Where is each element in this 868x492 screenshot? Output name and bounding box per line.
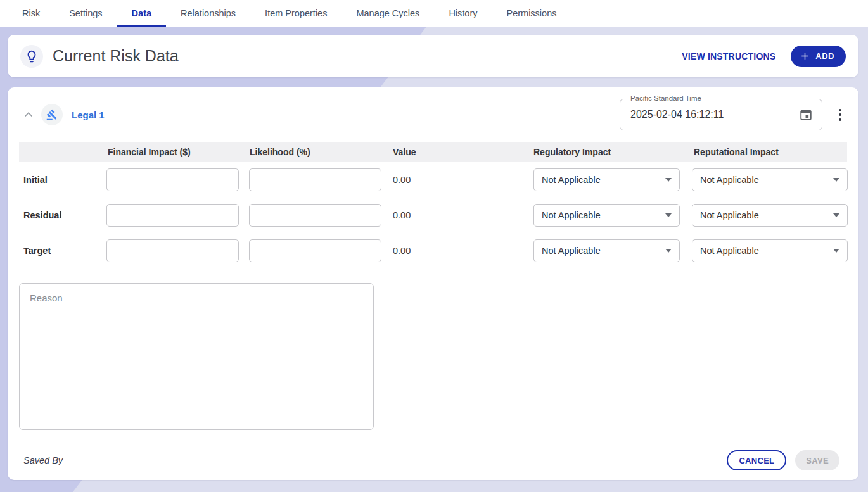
table-row-initial: Initial 0.00 Not Applicable Not Applicab… <box>19 162 847 198</box>
table-header-row: Financial Impact ($) Likelihood (%) Valu… <box>19 142 847 162</box>
row-label-initial: Initial <box>19 175 106 185</box>
tab-item-properties[interactable]: Item Properties <box>250 0 341 27</box>
chevron-up-icon <box>22 108 35 121</box>
initial-value: 0.00 <box>386 175 527 185</box>
table-row-residual: Residual 0.00 Not Applicable Not Applica… <box>19 198 847 233</box>
row-label-residual: Residual <box>19 210 106 220</box>
timezone-label: Pacific Standard Time <box>627 94 705 102</box>
selected-option-label: Not Applicable <box>700 210 759 220</box>
add-button[interactable]: ADD <box>791 46 846 67</box>
tab-bar: Risk Settings Data Relationships Item Pr… <box>0 0 868 27</box>
residual-regulatory-impact-select[interactable]: Not Applicable <box>533 204 680 227</box>
kebab-dot <box>839 113 841 116</box>
selected-option-label: Not Applicable <box>542 175 601 185</box>
calendar-icon <box>799 108 813 122</box>
kebab-dot <box>839 118 841 121</box>
selected-option-label: Not Applicable <box>700 175 759 185</box>
chevron-down-icon <box>665 178 672 182</box>
target-value: 0.00 <box>386 246 527 256</box>
kebab-dot <box>839 109 841 111</box>
tab-relationships[interactable]: Relationships <box>166 0 250 27</box>
risk-data-card: Legal 1 Pacific Standard Time <box>8 87 858 480</box>
chevron-down-icon <box>833 178 839 182</box>
footer-buttons: CANCEL SAVE <box>727 450 847 470</box>
calendar-picker-button[interactable] <box>798 106 814 123</box>
datetime-field: Pacific Standard Time <box>620 99 822 130</box>
chevron-down-icon <box>665 213 672 217</box>
table-row-target: Target 0.00 Not Applicable Not Applicabl… <box>19 233 847 268</box>
gavel-icon <box>41 104 63 125</box>
collapse-button[interactable] <box>22 108 35 121</box>
residual-reputational-impact-select[interactable]: Not Applicable <box>692 204 848 227</box>
cancel-button[interactable]: CANCEL <box>727 450 786 470</box>
add-button-label: ADD <box>815 51 834 61</box>
page-header-card: Current Risk Data VIEW INSTRUCTIONS ADD <box>8 35 858 77</box>
residual-likelihood-input[interactable] <box>249 204 381 227</box>
header-actions: VIEW INSTRUCTIONS ADD <box>682 46 846 67</box>
selected-option-label: Not Applicable <box>542 246 601 256</box>
tab-permissions[interactable]: Permissions <box>492 0 571 27</box>
initial-financial-impact-input[interactable] <box>106 168 239 191</box>
target-likelihood-input[interactable] <box>249 239 381 262</box>
column-header-financial-impact: Financial Impact ($) <box>106 147 249 157</box>
tab-risk[interactable]: Risk <box>8 0 54 27</box>
row-label-target: Target <box>19 246 106 256</box>
risk-row-controls: Pacific Standard Time <box>620 99 847 130</box>
datetime-input[interactable] <box>630 109 798 120</box>
residual-value: 0.00 <box>386 210 527 220</box>
saved-by-label: Saved By <box>19 455 63 465</box>
column-header-value: Value <box>386 147 527 157</box>
risk-item-name[interactable]: Legal 1 <box>72 110 105 120</box>
view-instructions-button[interactable]: VIEW INSTRUCTIONS <box>682 51 775 61</box>
residual-financial-impact-input[interactable] <box>106 204 239 227</box>
selected-option-label: Not Applicable <box>700 246 759 256</box>
chevron-down-icon <box>833 213 839 217</box>
reason-textarea[interactable] <box>19 283 374 430</box>
initial-regulatory-impact-select[interactable]: Not Applicable <box>533 168 680 191</box>
chevron-down-icon <box>665 249 672 253</box>
tab-data[interactable]: Data <box>117 0 166 27</box>
more-options-button[interactable] <box>836 106 845 124</box>
selected-option-label: Not Applicable <box>542 210 601 220</box>
lightbulb-icon <box>20 45 43 68</box>
target-reputational-impact-select[interactable]: Not Applicable <box>692 239 848 262</box>
initial-reputational-impact-select[interactable]: Not Applicable <box>692 168 848 191</box>
target-regulatory-impact-select[interactable]: Not Applicable <box>533 239 680 262</box>
column-header-reputational-impact: Reputational Impact <box>686 147 847 157</box>
initial-likelihood-input[interactable] <box>249 168 381 191</box>
tab-manage-cycles[interactable]: Manage Cycles <box>341 0 434 27</box>
save-button[interactable]: SAVE <box>795 450 839 470</box>
column-header-likelihood: Likelihood (%) <box>249 147 386 157</box>
target-financial-impact-input[interactable] <box>106 239 239 262</box>
card-footer: Saved By CANCEL SAVE <box>19 450 847 470</box>
page-title: Current Risk Data <box>53 47 179 65</box>
tab-settings[interactable]: Settings <box>54 0 117 27</box>
column-header-regulatory-impact: Regulatory Impact <box>527 147 686 157</box>
chevron-down-icon <box>833 249 839 253</box>
tab-history[interactable]: History <box>434 0 492 27</box>
risk-item-row: Legal 1 Pacific Standard Time <box>19 87 847 142</box>
plus-icon <box>800 51 810 61</box>
